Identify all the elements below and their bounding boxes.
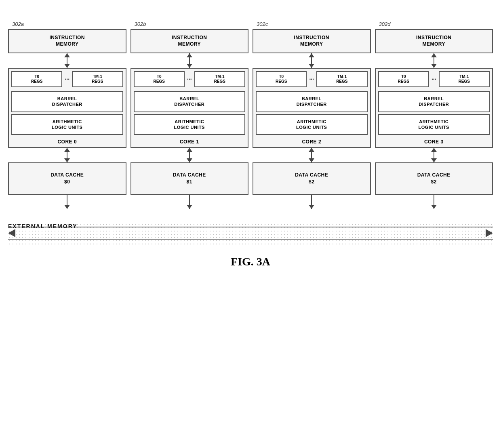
cache-arrow-0 xyxy=(8,148,126,162)
ref-label-2: 302c xyxy=(257,21,268,27)
ext-down-arrow-0 xyxy=(64,205,70,209)
registers-row-0: T0REGS ··· TM-1REGS xyxy=(9,69,126,89)
imem-arrow-1 xyxy=(131,53,249,68)
cache-arrowhead-up-0 xyxy=(64,148,70,152)
registers-section-2: T0REGS ··· TM-1REGS 308c xyxy=(253,69,370,89)
cache-arrow-2 xyxy=(253,148,371,162)
cores-row: 302a INSTRUCTIONMEMORY T0REGS ··· TM-1RE… xyxy=(8,20,493,209)
alu-section-0: ARITHMETICLOGIC UNITS 312a xyxy=(9,114,126,135)
barrel-section-3: BARRELDISPATCHER 3xx xyxy=(376,91,493,112)
registers-section-0: T0REGS ··· TM-1REGS 308a xyxy=(9,69,126,89)
reg-t0-1: T0REGS xyxy=(134,71,185,87)
registers-row-1: T0REGS ··· TM-1REGS xyxy=(131,69,248,89)
alu-section-3: ARITHMETICLOGIC UNITS 312d xyxy=(376,114,493,135)
registers-row-3: T0REGS ··· TM-1REGS xyxy=(376,69,493,89)
cache-arrow-1 xyxy=(131,148,249,162)
instruction-memory-label-0: INSTRUCTIONMEMORY xyxy=(50,35,85,47)
instruction-memory-2: INSTRUCTIONMEMORY xyxy=(253,29,371,53)
core-label-2: CORE 2 xyxy=(253,137,370,147)
data-cache-0: DATA CACHE$0 xyxy=(8,162,126,195)
instruction-memory-label-2: INSTRUCTIONMEMORY xyxy=(294,35,330,47)
imem-arrow-3 xyxy=(375,53,493,68)
reg-dots-2: ··· xyxy=(308,71,315,87)
registers-row-2: T0REGS ··· TM-1REGS xyxy=(253,69,370,89)
reg-tm1-0: TM-1REGS xyxy=(72,71,123,87)
reg-tm1-2: TM-1REGS xyxy=(316,71,367,87)
arrowhead-up-3 xyxy=(431,53,437,57)
reg-dots-1: ··· xyxy=(186,71,193,87)
data-cache-1: DATA CACHE$1 xyxy=(131,162,249,195)
barrel-dispatcher-2: BARRELDISPATCHER xyxy=(256,91,368,112)
cache-arrow-3 xyxy=(375,148,493,162)
external-memory-section: EXTERNAL MEMORY xyxy=(8,209,493,247)
barrel-dispatcher-0: BARRELDISPATCHER xyxy=(11,91,123,112)
arrowhead-down-1 xyxy=(187,64,192,68)
core-label-3: CORE 3 xyxy=(376,137,493,147)
barrel-section-2: BARRELDISPATCHER 310c xyxy=(253,91,370,112)
ext-connector-0 xyxy=(8,195,126,209)
ext-down-arrow-2 xyxy=(309,205,314,209)
alu-section-2: ARITHMETICLOGIC UNITS 312c xyxy=(253,114,370,135)
arrowhead-up-0 xyxy=(64,53,70,57)
ext-connector-1 xyxy=(131,195,249,209)
imem-arrow-0 xyxy=(8,53,126,68)
cache-arrowhead-up-3 xyxy=(431,148,437,152)
cache-to-ext-connectors xyxy=(8,209,493,223)
data-cache-label-3: DATA CACHE$2 xyxy=(417,172,450,185)
arrowhead-up-1 xyxy=(187,53,192,57)
data-cache-label-1: DATA CACHE$1 xyxy=(173,172,206,185)
core-box-0: T0REGS ··· TM-1REGS 308a BARRELDISPATCHE… xyxy=(8,68,126,148)
core-wrapper-1: T0REGS ··· TM-1REGS 308b BARRELDISPATCHE… xyxy=(131,68,249,148)
ext-connector-3 xyxy=(375,195,493,209)
core-column-2: 302c INSTRUCTIONMEMORY T0REGS ··· TM-1RE… xyxy=(253,20,371,209)
alu-box-1: ARITHMETICLOGIC UNITS xyxy=(134,114,246,135)
instruction-memory-label-3: INSTRUCTIONMEMORY xyxy=(416,35,452,47)
barrel-section-1: BARRELDISPATCHER 310b xyxy=(131,91,248,112)
cache-wrapper-2: DATA CACHE$2 306c xyxy=(253,162,371,195)
core-label-1: CORE 1 xyxy=(131,137,248,147)
cache-arrowhead-up-2 xyxy=(309,148,314,152)
cache-wrapper-0: DATA CACHE$0 306a xyxy=(8,162,126,195)
alu-box-3: ARITHMETICLOGIC UNITS xyxy=(378,114,490,135)
diagram-container: 302a INSTRUCTIONMEMORY T0REGS ··· TM-1RE… xyxy=(8,8,493,268)
ref-label-container-1: 302b xyxy=(131,20,249,27)
ref-label-3: 302d xyxy=(379,21,391,27)
figure-caption: FIG. 3A xyxy=(8,255,493,268)
cache-arrowhead-down-2 xyxy=(309,158,314,162)
external-memory-label: EXTERNAL MEMORY xyxy=(8,223,493,229)
core-box-1: T0REGS ··· TM-1REGS 308b BARRELDISPATCHE… xyxy=(131,68,249,148)
external-memory-container: EXTERNAL MEMORY xyxy=(8,223,493,247)
alu-section-1: ARITHMETICLOGIC UNITS 312b xyxy=(131,114,248,135)
cache-wrapper-1: DATA CACHE$1 306b xyxy=(131,162,249,195)
core-label-0: CORE 0 xyxy=(9,137,126,147)
cache-arrowhead-up-1 xyxy=(187,148,192,152)
arrowhead-down-0 xyxy=(64,64,70,68)
core-wrapper-2: T0REGS ··· TM-1REGS 308c BARRELDISPATCHE… xyxy=(253,68,371,148)
ref-label-container-0: 302a xyxy=(8,20,126,27)
barrel-dispatcher-3: BARRELDISPATCHER xyxy=(378,91,490,112)
cache-arrowhead-down-1 xyxy=(187,158,192,162)
barrel-dispatcher-1: BARRELDISPATCHER xyxy=(134,91,246,112)
reg-tm1-1: TM-1REGS xyxy=(194,71,245,87)
arrowhead-up-2 xyxy=(309,53,314,57)
core-box-2: T0REGS ··· TM-1REGS 308c BARRELDISPATCHE… xyxy=(253,68,371,148)
instruction-memory-0: INSTRUCTIONMEMORY xyxy=(8,29,126,53)
reg-t0-2: T0REGS xyxy=(256,71,307,87)
core-box-3: T0REGS ··· TM-1REGS 308d BARRELDISPATCHE… xyxy=(375,68,493,148)
alu-box-2: ARITHMETICLOGIC UNITS xyxy=(256,114,368,135)
instruction-memory-3: INSTRUCTIONMEMORY xyxy=(375,29,493,53)
instruction-memory-1: INSTRUCTIONMEMORY xyxy=(131,29,249,53)
data-cache-2: DATA CACHE$2 xyxy=(253,162,371,195)
alu-box-0: ARITHMETICLOGIC UNITS xyxy=(11,114,123,135)
ref-label-container-3: 302d xyxy=(375,20,493,27)
cache-arrowhead-down-0 xyxy=(64,158,70,162)
arrowhead-down-3 xyxy=(431,64,437,68)
core-column-1: 302b INSTRUCTIONMEMORY T0REGS ··· TM-1RE… xyxy=(131,20,249,209)
reg-t0-0: T0REGS xyxy=(11,71,62,87)
data-cache-label-2: DATA CACHE$2 xyxy=(295,172,328,185)
cache-arrowhead-down-3 xyxy=(431,158,437,162)
ref-label-0: 302a xyxy=(12,21,24,27)
core-wrapper-3: T0REGS ··· TM-1REGS 308d BARRELDISPATCHE… xyxy=(375,68,493,148)
ref-label-container-2: 302c xyxy=(253,20,371,27)
ext-down-arrow-3 xyxy=(431,205,437,209)
